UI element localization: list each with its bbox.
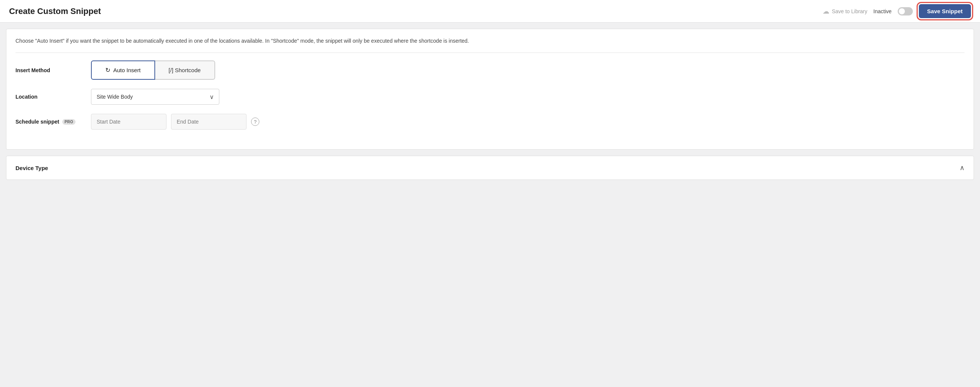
end-date-input[interactable] — [171, 114, 247, 130]
description-text: Choose "Auto Insert" if you want the sni… — [16, 37, 964, 45]
pro-badge: PRO — [62, 119, 75, 125]
save-to-library-label: Save to Library — [832, 8, 867, 14]
shortcode-button[interactable]: [/] Shortcode — [155, 61, 215, 80]
inactive-label: Inactive — [873, 8, 892, 14]
chevron-up-icon: ∧ — [959, 164, 964, 172]
schedule-snippet-row: Schedule snippet PRO ? — [16, 114, 964, 130]
save-to-library-button[interactable]: ☁ Save to Library — [822, 7, 867, 16]
device-type-title: Device Type — [16, 165, 48, 171]
page-title: Create Custom Snippet — [9, 6, 101, 16]
page-header: Create Custom Snippet ☁ Save to Library … — [0, 0, 980, 23]
divider — [16, 53, 964, 53]
auto-insert-button[interactable]: ↻ Auto Insert — [91, 61, 155, 80]
insert-method-row: Insert Method ↻ Auto Insert [/] Shortcod… — [16, 61, 964, 80]
insert-method-buttons: ↻ Auto Insert [/] Shortcode — [91, 61, 215, 80]
location-select-wrapper: Site Wide Body ∨ — [91, 89, 220, 105]
shortcode-label: [/] Shortcode — [169, 67, 201, 73]
location-label: Location — [16, 94, 91, 100]
location-select[interactable]: Site Wide Body — [91, 89, 220, 105]
device-type-header[interactable]: Device Type ∧ — [6, 156, 974, 179]
location-row: Location Site Wide Body ∨ — [16, 89, 964, 105]
date-inputs: ? — [91, 114, 259, 130]
start-date-input[interactable] — [91, 114, 167, 130]
insert-method-section: Choose "Auto Insert" if you want the sni… — [6, 29, 974, 150]
auto-insert-label: Auto Insert — [113, 67, 141, 73]
auto-insert-icon: ↻ — [105, 67, 110, 74]
cloud-icon: ☁ — [822, 7, 829, 16]
schedule-snippet-label: Schedule snippet PRO — [16, 119, 91, 125]
insert-method-label: Insert Method — [16, 67, 91, 73]
header-actions: ☁ Save to Library Inactive Save Snippet — [822, 4, 971, 18]
device-type-section: Device Type ∧ — [6, 156, 974, 180]
help-icon[interactable]: ? — [251, 118, 259, 126]
active-toggle[interactable] — [898, 7, 913, 16]
save-snippet-button[interactable]: Save Snippet — [919, 4, 971, 18]
question-mark: ? — [254, 119, 256, 125]
main-content: Choose "Auto Insert" if you want the sni… — [0, 29, 980, 180]
